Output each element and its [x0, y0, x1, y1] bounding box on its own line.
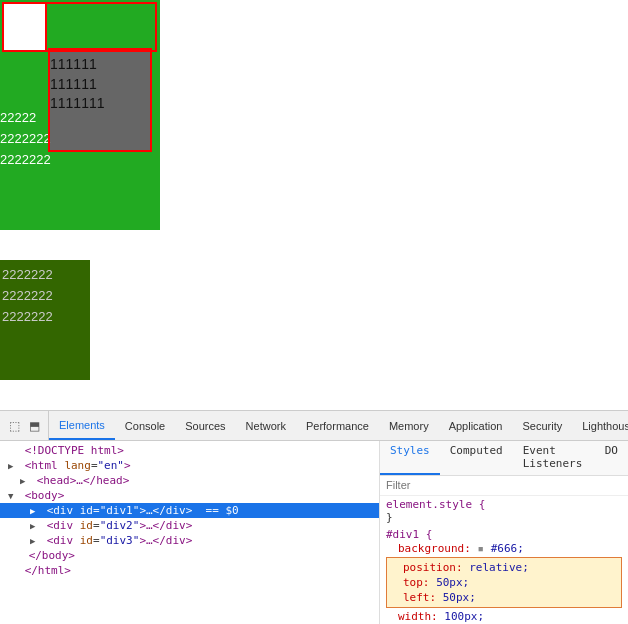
preview-area: 111111 111111 1111111 22222 2222222 2222…	[0, 0, 628, 410]
style-line-position: position: relative;	[391, 560, 617, 575]
style-highlighted-block: position: relative; top: 50px; left: 50p…	[386, 557, 622, 608]
tab-performance[interactable]: Performance	[296, 411, 379, 440]
style-line-left: left: 50px;	[391, 590, 617, 605]
style-tab-computed[interactable]: Computed	[440, 441, 513, 475]
dom-panel: <!DOCTYPE html> ▶ <html lang="en"> ▶ <he…	[0, 441, 380, 624]
dom-line-head[interactable]: ▶ <head>…</head>	[0, 473, 379, 488]
dom-line-div3[interactable]: ▶ <div id="div3">…</div>	[0, 533, 379, 548]
div2-text: 22222 2222222 2222222	[0, 108, 51, 170]
dom-line-html[interactable]: ▶ <html lang="en">	[0, 458, 379, 473]
element-style-block: element.style { }	[380, 496, 628, 526]
dom-line-div2[interactable]: ▶ <div id="div2">…</div>	[0, 518, 379, 533]
tab-sources[interactable]: Sources	[175, 411, 235, 440]
styles-tabs: Styles Computed Event Listeners DO	[380, 441, 628, 476]
devtools-icon-buttons: ⬚ ⬒	[0, 411, 49, 440]
devtools-tabs-bar: ⬚ ⬒ Elements Console Sources Network Per…	[0, 411, 628, 441]
tab-security[interactable]: Security	[512, 411, 572, 440]
dom-line-html-close[interactable]: </html>	[0, 563, 379, 578]
filter-input[interactable]	[386, 479, 622, 491]
dom-line-doctype[interactable]: <!DOCTYPE html>	[0, 443, 379, 458]
tab-network[interactable]: Network	[236, 411, 296, 440]
devtools-panel: ⬚ ⬒ Elements Console Sources Network Per…	[0, 410, 628, 624]
tab-lighthouse[interactable]: Lighthouse	[572, 411, 628, 440]
device-toggle-icon[interactable]: ⬒	[26, 418, 42, 434]
div1-style-block: #div1 { background: ▪ #666; position: re…	[380, 526, 628, 624]
tab-console[interactable]: Console	[115, 411, 175, 440]
div1-selector: #div1 {	[386, 528, 622, 541]
dom-line-body-open[interactable]: ▼ <body>	[0, 488, 379, 503]
element-style-close: }	[386, 511, 622, 524]
div1-selection-border	[48, 48, 152, 152]
filter-bar	[380, 476, 628, 496]
style-line-top: top: 50px;	[391, 575, 617, 590]
style-line-width: width: 100px;	[386, 609, 622, 624]
devtools-content: <!DOCTYPE html> ▶ <html lang="en"> ▶ <he…	[0, 441, 628, 624]
element-style-selector: element.style {	[386, 498, 622, 511]
styles-panel: Styles Computed Event Listeners DO eleme…	[380, 441, 628, 624]
dom-line-body-close[interactable]: </body>	[0, 548, 379, 563]
style-tab-event-listeners[interactable]: Event Listeners	[513, 441, 595, 475]
div3-text: 2222222 2222222 2222222	[2, 265, 53, 327]
inspect-element-icon[interactable]: ⬚	[6, 418, 22, 434]
dom-line-div1[interactable]: ▶ <div id="div1">…</div> == $0	[0, 503, 379, 518]
style-tab-styles[interactable]: Styles	[380, 441, 440, 475]
tab-application[interactable]: Application	[439, 411, 513, 440]
red-rect-inner	[2, 2, 47, 52]
style-line-background: background: ▪ #666;	[386, 541, 622, 556]
tab-elements[interactable]: Elements	[49, 411, 115, 440]
tab-memory[interactable]: Memory	[379, 411, 439, 440]
style-tab-dom[interactable]: DO	[595, 441, 628, 475]
